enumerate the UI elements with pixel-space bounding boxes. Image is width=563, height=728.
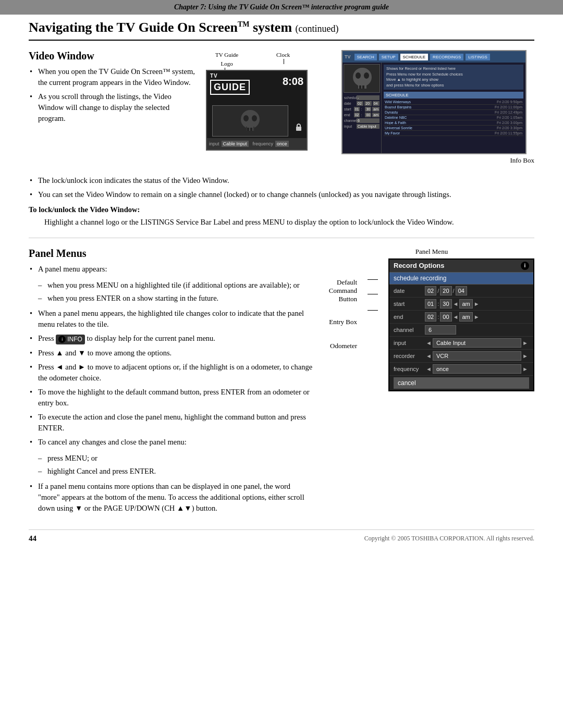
video-bullet-2: As you scroll through the listings, the … [29, 91, 195, 124]
ro-channel-val: 6 [425, 325, 456, 335]
skull-graphic [235, 108, 266, 134]
tv-screenshot-area: TV SEARCH SETUP SCHEDULE RECORDINGS LIST… [341, 50, 534, 165]
info-box-label: Info Box [341, 156, 534, 165]
default-command-label: Default Command Button [329, 278, 357, 303]
ro-start-row: start 01 : 30 ◄ am ► [389, 298, 533, 311]
title-text: Navigating the TV Guide On Screen [29, 20, 238, 35]
ro-recorder-row: recorder ◄ VCR ► [389, 350, 533, 363]
section-divider [29, 238, 534, 238]
panel-side-labels: Default Command Button Entry Box Odomete… [329, 278, 357, 350]
ro-date-label: date [394, 288, 425, 294]
svg-rect-15 [362, 85, 364, 89]
tab-search[interactable]: SEARCH [354, 54, 377, 60]
schedule-row-7: My Favor Fri 2/20 11:55pm [384, 131, 523, 136]
main-title: Navigating the TV Guide On ScreenTM syst… [29, 20, 534, 41]
ro-channel-row: channel 6 [389, 324, 533, 337]
form-row-date: date 02 20 04 [344, 101, 380, 106]
panel-sub-1: when you press MENU on a highlighted til… [38, 280, 313, 291]
tab-schedule[interactable]: SCHEDULE [400, 54, 429, 60]
panel-bullet-1: A panel menu appears: [29, 264, 313, 275]
tv-video-window [212, 105, 288, 137]
schedule-row-1: Wild Waterways Fri 2/20 9:50pm [384, 100, 523, 105]
ro-info-icon[interactable]: i [521, 262, 529, 270]
svg-rect-7 [253, 127, 254, 131]
lock-unlock-section: The lock/unlock icon indicates the statu… [29, 175, 534, 228]
lock-icon-container [295, 122, 302, 134]
ro-end-ampm: am [459, 312, 472, 322]
tv-screenshot: TV SEARCH SETUP SCHEDULE RECORDINGS LIST… [341, 50, 527, 154]
ro-header: Record Options i [389, 260, 533, 273]
panel-last-bullet: If a panel menu contains more options th… [29, 481, 313, 514]
tv-screen-tabs: TV SEARCH SETUP SCHEDULE RECORDINGS LIST… [342, 51, 525, 63]
tv-logo-line2: GUIDE [210, 80, 250, 95]
schedule-row-4: Dateline NBC Fri 2/20 1:05am [384, 115, 523, 120]
svg-point-1 [243, 115, 249, 121]
panel-menus-right: Panel Menu Default Command Button Entry … [329, 248, 534, 520]
tv-mini-skull [344, 65, 380, 93]
svg-rect-4 [247, 128, 249, 131]
ro-start-h: 01 [425, 299, 436, 309]
ro-frequency-label: frequency [394, 366, 425, 372]
lock-bullet-2: You can set the Video Window to remain o… [29, 189, 534, 200]
entry-box-text: Entry Box [329, 318, 357, 326]
panel-sub-2: when you press ENTER on a show starting … [38, 293, 313, 304]
tv-logo-line1: TV [210, 73, 218, 79]
form-row-schedule: schedule - [344, 95, 380, 100]
ro-recorder-label: recorder [394, 353, 425, 359]
cancel-sub-2: highlight Cancel and press ENTER. [38, 466, 313, 477]
panel-more-8: If a panel menu contains more options th… [29, 481, 313, 514]
ro-title: Record Options [394, 262, 445, 269]
cancel-sub-list: press MENU; or highlight Cancel and pres… [38, 453, 313, 477]
form-row-start: start 01 : 30 am [344, 107, 380, 112]
lock-bullets: The lock/unlock icon indicates the statu… [29, 175, 534, 200]
panel-menus-heading: Panel Menus [29, 248, 313, 260]
ro-date-val3: 04 [456, 286, 467, 295]
tv-bottom-bar: input Cable Input frequency once [207, 138, 307, 150]
ro-end-h: 02 [425, 312, 436, 322]
tv-screen-right-panel: Shows for Record or Remind listed here P… [382, 63, 525, 153]
lock-unlock-subheading: To lock/unlock the Video Window: [29, 205, 534, 214]
cancel-sub-1: press MENU; or [38, 453, 313, 464]
form-row-input: input Cable Input [344, 124, 380, 129]
tab-setup[interactable]: SETUP [379, 54, 398, 60]
tv-logo-area: TV GUIDE [210, 73, 250, 95]
lock-unlock-para: Highlight a channel logo or the LISTINGS… [44, 217, 534, 228]
panel-more-1: When a panel menu appears, the highlight… [29, 308, 313, 330]
tv-guide-top: TV GUIDE 8:08 [207, 71, 307, 95]
ro-date-row: date 02 / 20 / 04 [389, 285, 533, 298]
tv-info-box: Shows for Record or Remind listed here P… [384, 65, 523, 90]
svg-rect-14 [359, 85, 361, 89]
panel-more-bullets: When a panel menu appears, the highlight… [29, 308, 313, 448]
video-window-left: Video Window When you open the TV Guide … [29, 50, 195, 165]
ro-recorder-val: VCR [433, 351, 521, 361]
svg-point-2 [252, 115, 257, 121]
ro-channel-label: channel [394, 327, 425, 333]
panel-diagram: Default Command Button Entry Box Odomete… [329, 258, 534, 391]
video-window-bullets: When you open the TV Guide On Screen™ sy… [29, 66, 195, 124]
info-button[interactable]: i INFO [56, 335, 85, 344]
panel-menus-section: Panel Menus A panel menu appears: when y… [29, 248, 534, 520]
continued-text: (continued) [296, 23, 339, 34]
video-bullet-1: When you open the TV Guide On Screen™ sy… [29, 66, 195, 88]
default-label: Default [329, 278, 357, 287]
tab-recordings[interactable]: RECORDINGS [430, 54, 463, 60]
panel-more-5: To move the highlight to the default com… [29, 387, 313, 409]
tv-screen-main: schedule - date 02 20 04 start [342, 63, 525, 153]
ro-cancel[interactable]: cancel [394, 377, 529, 389]
ro-start-label: start [394, 301, 425, 307]
panel-more-2: Press i INFO to display help for the cur… [29, 333, 313, 344]
chapter-header: Chapter 7: Using the TV Guide On Screen™… [0, 0, 563, 15]
ro-frequency-row: frequency ◄ once ► [389, 363, 533, 376]
tab-listings[interactable]: LISTINGS [466, 54, 489, 60]
panel-more-4: Press ◄ and ► to move to adjacent option… [29, 362, 313, 384]
clock-label: Clock [276, 50, 290, 64]
ro-input-row: input ◄ Cable Input ► [389, 337, 533, 350]
command-label: Command [329, 287, 357, 295]
form-row-end: end 02 : 00 am [344, 113, 380, 117]
ro-input-label: input [394, 340, 425, 346]
tv-guide-diagram: TV Guide Logo Clock TV GUIDE 8:08 [206, 50, 331, 165]
record-options-box: Record Options i schedule recording date… [388, 258, 534, 391]
lock-bullet-1: The lock/unlock icon indicates the statu… [29, 175, 534, 186]
odometer-label: Odometer [329, 342, 357, 350]
svg-rect-8 [296, 127, 301, 131]
